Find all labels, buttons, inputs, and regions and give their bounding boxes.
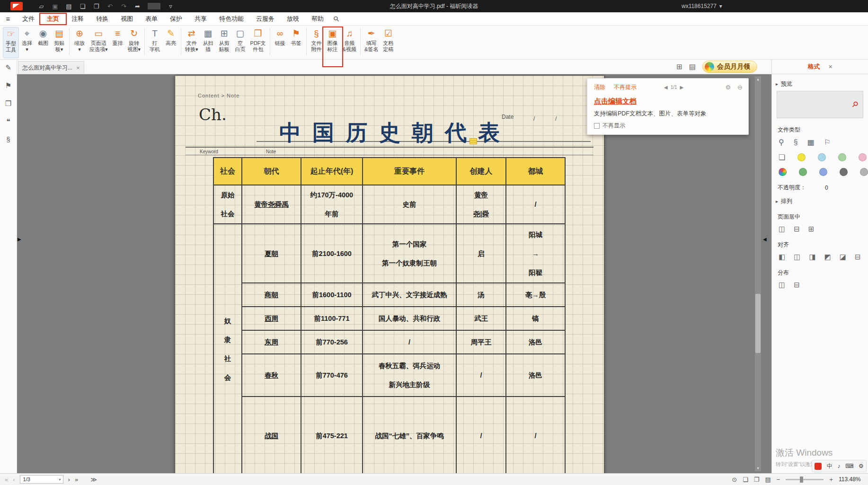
pages-panel-icon[interactable]: ❐ — [5, 99, 11, 110]
document-canvas[interactable]: Content > Note Ch. Date / / 中国历史朝代表 Keyw… — [17, 74, 771, 473]
snapshot-button[interactable]: ◉ 截图 — [35, 27, 51, 58]
first-page-icon[interactable]: « — [5, 476, 8, 483]
paperclip-type-icon[interactable]: § — [794, 138, 798, 147]
close-icon[interactable]: × — [76, 64, 80, 71]
graph-type-icon[interactable]: ▦ — [807, 138, 815, 147]
zoom-in-icon[interactable]: + — [829, 476, 833, 483]
scrollbar-thumb[interactable] — [755, 294, 761, 353]
comments-panel-icon[interactable]: ❝ — [6, 117, 10, 128]
menu-form[interactable]: 表单 — [139, 12, 164, 25]
document-tab[interactable]: 怎么面对高中学习... × — [18, 61, 84, 74]
color-swatch-yellow[interactable] — [797, 153, 806, 161]
founder-cell[interactable]: 黄帝 尧|舜 — [456, 185, 506, 224]
edit-document-link[interactable]: 点击编辑文档 — [594, 97, 748, 106]
fill-sign-button[interactable]: ✒ 填写 &签名 — [363, 27, 380, 58]
format-tab[interactable]: 格式 — [807, 62, 820, 71]
export-icon[interactable]: ❐ — [90, 3, 103, 10]
menu-protect[interactable]: 保护 — [164, 12, 188, 25]
share-icon[interactable]: ➦ — [131, 3, 144, 10]
next-arrow-icon[interactable]: ▶ — [680, 85, 684, 90]
sticky-note-icon[interactable] — [469, 138, 477, 144]
align-middle-icon[interactable]: ◪ — [840, 253, 846, 261]
menu-convert[interactable]: 转换 — [90, 12, 115, 25]
align-right-icon[interactable]: ◨ — [809, 253, 815, 261]
bookmarks-panel-icon[interactable]: ⚑ — [5, 81, 11, 92]
prev-page-icon[interactable]: ‹ — [13, 476, 15, 483]
page-fit-button[interactable]: ▭ 页面适 应选项▾ — [88, 27, 110, 58]
from-clipboard-button[interactable]: ⊞ 从剪 贴板 — [216, 27, 232, 58]
menu-features[interactable]: 特色功能 — [213, 12, 250, 25]
blank-page-button[interactable]: ▢ 空 白页 — [232, 27, 248, 58]
page-number-box[interactable]: 1/3 ▾ — [20, 475, 63, 484]
link-button[interactable]: ∞ 链接 — [272, 27, 288, 58]
menu-help[interactable]: 帮助 — [305, 12, 330, 25]
clipboard-button[interactable]: ▤ 剪贴 板▾ — [51, 27, 67, 58]
collapse-icon[interactable]: ⊖ — [737, 84, 743, 91]
scroll-up-icon[interactable]: ▲ — [755, 76, 761, 82]
finalize-button[interactable]: ☑ 文档 定稿 — [380, 27, 396, 58]
zoom-slider[interactable] — [786, 479, 824, 480]
search-icon[interactable]: ⚲ — [331, 14, 341, 24]
ime-note-icon[interactable]: ♪ — [837, 463, 840, 469]
dont-show-checkbox[interactable] — [594, 123, 600, 129]
highlight-button[interactable]: ✎ 高亮 — [163, 27, 179, 58]
reflow-button[interactable]: ≡ 重排 — [110, 27, 126, 58]
dynasty-cell[interactable]: 夏朝 — [242, 224, 301, 283]
color-swatch-gray[interactable] — [860, 168, 868, 176]
vertical-scrollbar[interactable]: ▲ ▼ — [755, 76, 761, 471]
sidebar-expand-handle[interactable]: ▶ — [18, 237, 21, 242]
center-both-icon[interactable]: ⊞ — [808, 225, 815, 233]
ime-gear-icon[interactable]: ⚙ — [859, 463, 864, 469]
bookmark-button[interactable]: ⚑ 书签 — [288, 27, 304, 58]
single-page-icon[interactable]: ❏ — [743, 476, 748, 483]
zoom-button[interactable]: ⊕ 缩放 ▾ — [71, 27, 88, 58]
page-color-icon[interactable]: ❏ — [779, 153, 785, 162]
menu-cloud[interactable]: 云服务 — [250, 12, 281, 25]
opacity-value[interactable]: 0 — [825, 185, 828, 191]
next-page-icon[interactable]: › — [68, 476, 70, 483]
hand-tool-button[interactable]: ☞ 手型 工具 — [3, 27, 19, 58]
attachments-panel-icon[interactable]: § — [6, 135, 10, 146]
pushpin-type-icon[interactable]: ⚲ — [779, 138, 784, 147]
open-file-icon[interactable]: ▱ — [35, 3, 48, 10]
from-scan-button[interactable]: ▦ 从扫 描 — [200, 27, 216, 58]
color-swatch-periwinkle[interactable] — [819, 168, 827, 176]
rotate-view-button[interactable]: ↻ 旋转 视图▾ — [126, 27, 143, 58]
grid-view-icon[interactable]: ⊞ — [676, 62, 682, 71]
dynasty-cell[interactable]: 春秋 — [242, 354, 301, 397]
continuous-scroll-icon[interactable]: ▤ — [765, 476, 771, 483]
menu-home[interactable]: 主页 — [41, 12, 65, 25]
zoom-slider-thumb[interactable] — [800, 476, 803, 483]
reading-mode-icon[interactable]: ▤ — [689, 62, 696, 71]
preview-section-header[interactable]: ▸ 预览 — [776, 80, 868, 88]
zoom-out-icon[interactable]: − — [777, 476, 780, 483]
menu-share[interactable]: 共享 — [188, 12, 213, 25]
color-swatch-pink[interactable] — [859, 153, 867, 161]
ime-logo-icon[interactable] — [815, 463, 822, 470]
zoom-percentage[interactable]: 113.48% — [839, 476, 863, 483]
menu-present[interactable]: 放映 — [281, 12, 305, 25]
color-swatch-green[interactable] — [799, 168, 807, 176]
redo-icon[interactable]: ↷ — [117, 3, 130, 10]
hamburger-menu-icon[interactable]: ≡ — [0, 15, 16, 23]
color-swatch-lightblue[interactable] — [818, 153, 826, 161]
audio-video-button[interactable]: ♫ 音频 &视频 — [341, 27, 358, 58]
keyboard-icon[interactable]: ⌨ — [845, 463, 853, 469]
color-swatch-multicolor[interactable] — [779, 168, 787, 176]
align-center-icon[interactable]: ◫ — [794, 253, 800, 261]
last-page-icon[interactable]: » — [75, 476, 78, 483]
dynasty-cell[interactable]: 战国 — [242, 397, 301, 473]
gear-icon[interactable]: ⚙ — [725, 84, 731, 91]
facing-pages-icon[interactable]: ❐ — [754, 476, 760, 483]
typewriter-button[interactable]: T 打 字机 — [147, 27, 163, 58]
customize-toolbar-icon[interactable]: ▿ — [164, 3, 177, 10]
dynasty-cell[interactable]: 西周 — [242, 307, 301, 330]
close-icon[interactable]: × — [828, 63, 832, 71]
marquee-zoom-icon[interactable]: ⊙ — [732, 476, 737, 483]
expand-toolbar-icon[interactable]: ≫ — [90, 476, 97, 483]
doc-action-icon[interactable]: ❏ — [76, 3, 89, 10]
prev-arrow-icon[interactable]: ◀ — [664, 85, 668, 90]
distribute-horizontal-icon[interactable]: ◫ — [779, 281, 785, 289]
file-attachment-button[interactable]: § 文件 附件 — [309, 27, 325, 58]
menu-file[interactable]: 文件 — [16, 12, 41, 25]
